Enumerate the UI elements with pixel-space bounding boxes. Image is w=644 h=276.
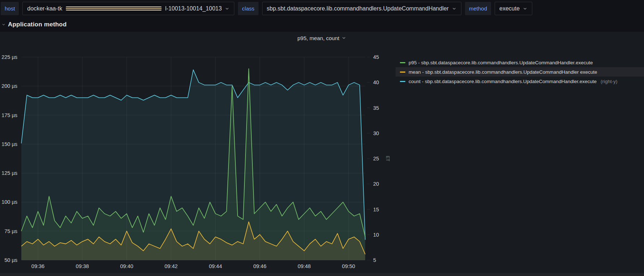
svg-text:40: 40 — [373, 79, 379, 85]
svg-text:09:46: 09:46 — [253, 263, 266, 269]
legend-series-dash — [400, 81, 405, 82]
x-axis: 09:3609:3809:4009:4209:4409:4609:4809:50 — [31, 263, 355, 269]
timeseries-panel: p95, mean, count 225 µs200 µs175 µs150 µ… — [0, 32, 644, 273]
method-value: execute — [499, 5, 520, 12]
var-label-host: host — [1, 2, 19, 15]
svg-text:20: 20 — [373, 181, 379, 187]
svg-text:10: 10 — [373, 232, 379, 238]
host-value-suffix: l-10013-10014_10013 — [165, 5, 222, 12]
legend-series-dash — [400, 72, 405, 73]
var-select-host[interactable]: docker-kaa-tk l-10013-10014_10013 — [22, 2, 234, 15]
svg-text:175 µs: 175 µs — [1, 112, 17, 118]
svg-text:09:38: 09:38 — [76, 263, 89, 269]
legend-item-count[interactable]: count - sbp.sbt.dataspacecore.lib.comman… — [396, 77, 644, 86]
horizontal-scrollbar[interactable] — [0, 273, 644, 276]
legend-series-label: p95 - sbp.sbt.dataspacecore.lib.commandh… — [409, 60, 593, 65]
svg-text:09:36: 09:36 — [31, 263, 44, 269]
host-value-prefix: docker-kaa-tk — [27, 5, 62, 12]
panel-header[interactable]: p95, mean, count — [0, 32, 644, 44]
legend-item-mean[interactable]: mean - sbp.sbt.dataspacecore.lib.command… — [396, 67, 644, 77]
y-axis-left: 225 µs200 µs175 µs150 µs125 µs100 µs75 µ… — [1, 54, 17, 263]
variable-method: method execute — [465, 2, 532, 15]
svg-text:45: 45 — [373, 54, 379, 60]
legend-series-label: count - sbp.sbt.dataspacecore.lib.comman… — [409, 79, 597, 84]
row-header-application-method[interactable]: Application method — [0, 16, 644, 32]
variable-class: class sbp.sbt.dataspacecore.lib.commandh… — [238, 2, 461, 15]
svg-text:50 µs: 50 µs — [4, 257, 17, 263]
var-select-class[interactable]: sbp.sbt.dataspacecore.lib.commandhandler… — [262, 2, 461, 15]
chart-legend: p95 - sbp.sbt.dataspacecore.lib.commandh… — [391, 58, 644, 271]
svg-text:09:40: 09:40 — [120, 263, 133, 269]
section-title: Application method — [8, 21, 67, 28]
svg-text:09:42: 09:42 — [165, 263, 178, 269]
legend-axis-hint: (right-y) — [601, 79, 618, 84]
chevron-down-icon — [523, 6, 528, 11]
svg-text:30: 30 — [373, 130, 379, 136]
svg-text:225 µs: 225 µs — [1, 54, 17, 60]
y-axis-right: 45403530252015105ET — [367, 54, 390, 263]
svg-text:5: 5 — [373, 257, 376, 263]
legend-item-p95[interactable]: p95 - sbp.sbt.dataspacecore.lib.commandh… — [396, 58, 644, 67]
svg-text:200 µs: 200 µs — [1, 83, 17, 89]
chevron-down-icon — [1, 22, 6, 27]
variable-host: host docker-kaa-tk l-10013-10014_10013 — [1, 2, 234, 15]
svg-text:09:44: 09:44 — [209, 263, 222, 269]
class-value: sbp.sbt.dataspacecore.lib.commandhandler… — [267, 5, 449, 12]
svg-text:100 µs: 100 µs — [1, 199, 17, 205]
legend-series-dash — [400, 62, 405, 63]
svg-text:75 µs: 75 µs — [4, 228, 17, 234]
svg-text:150 µs: 150 µs — [1, 141, 17, 147]
y-axis-right-label: ET — [385, 156, 390, 161]
redaction-bar — [66, 7, 161, 10]
var-label-class: class — [238, 2, 258, 15]
svg-text:35: 35 — [373, 105, 379, 111]
chevron-down-icon — [452, 6, 457, 11]
svg-text:25: 25 — [373, 156, 379, 161]
svg-text:125 µs: 125 µs — [1, 170, 17, 176]
panel-title: p95, mean, count — [298, 35, 340, 41]
svg-text:15: 15 — [373, 207, 379, 212]
chevron-down-icon — [225, 6, 230, 11]
legend-series-label: mean - sbp.sbt.dataspacecore.lib.command… — [409, 69, 597, 75]
chevron-down-icon — [341, 35, 346, 40]
timeseries-chart[interactable]: 225 µs200 µs175 µs150 µs125 µs100 µs75 µ… — [0, 44, 391, 271]
var-select-method[interactable]: execute — [495, 2, 532, 15]
var-label-method: method — [465, 2, 491, 15]
svg-text:09:50: 09:50 — [342, 263, 355, 269]
svg-text:09:48: 09:48 — [298, 263, 311, 269]
dashboard-variables-bar: host docker-kaa-tk l-10013-10014_10013 c… — [0, 0, 644, 16]
